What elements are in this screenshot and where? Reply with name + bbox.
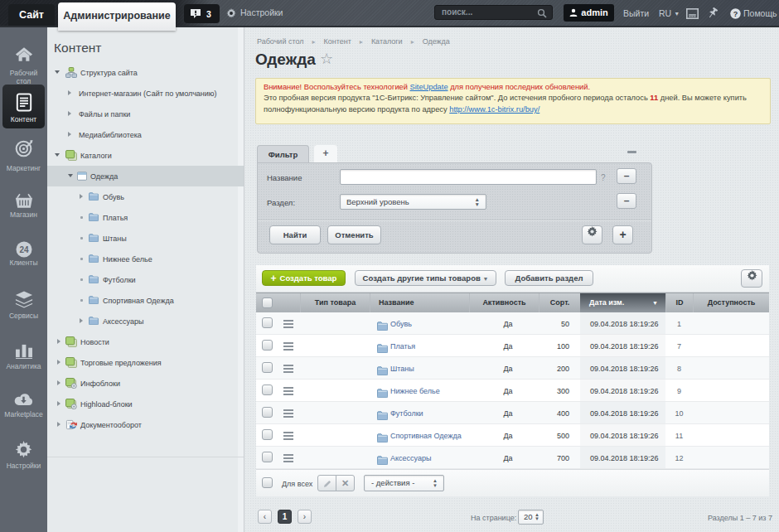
svg-text:?: ? bbox=[733, 10, 738, 18]
svg-text:24: 24 bbox=[19, 245, 29, 254]
